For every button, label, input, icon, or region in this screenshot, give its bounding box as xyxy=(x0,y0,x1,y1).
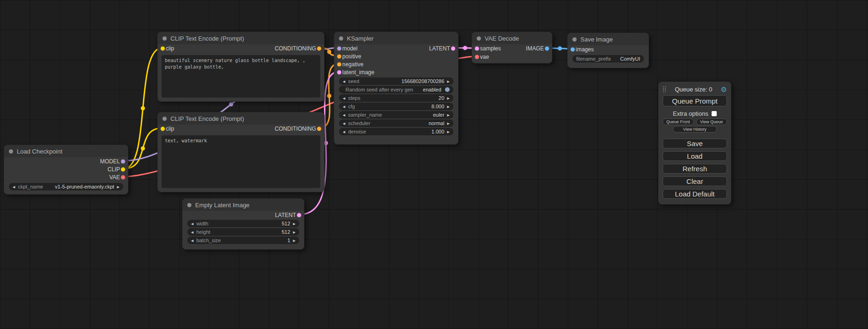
decrement-arrow-icon[interactable]: ◀ xyxy=(191,222,193,225)
increment-arrow-icon[interactable]: ▶ xyxy=(293,231,296,234)
widget-steps[interactable]: ◀ steps 20 ▶ xyxy=(339,94,453,102)
node-header[interactable]: Empty Latent Image xyxy=(183,199,304,211)
widget-value: 156680208700286 xyxy=(402,78,445,84)
node-title: VAE Decode xyxy=(485,35,519,42)
decrement-arrow-icon[interactable]: ◀ xyxy=(343,130,345,133)
decrement-arrow-icon[interactable]: ◀ xyxy=(343,122,345,125)
increment-arrow-icon[interactable]: ▶ xyxy=(447,113,450,117)
clear-button[interactable]: Clear xyxy=(663,176,727,186)
collapse-dot[interactable] xyxy=(9,149,13,154)
widget-value: enabled xyxy=(423,87,441,92)
widget-value: v1-5-pruned-emaonly.ckpt xyxy=(55,184,114,189)
link-midpoint-dot xyxy=(558,46,562,50)
conditioning-output-dot[interactable] xyxy=(317,126,321,131)
node-header[interactable]: VAE Decode xyxy=(472,32,552,44)
model-input-dot[interactable] xyxy=(337,46,341,50)
extra-options-checkbox[interactable] xyxy=(712,111,717,116)
increment-arrow-icon[interactable]: ▶ xyxy=(447,97,450,100)
conditioning-output-dot[interactable] xyxy=(317,46,321,50)
vae-input-dot[interactable] xyxy=(475,55,479,59)
decrement-arrow-icon[interactable]: ◀ xyxy=(191,231,193,234)
link-clip-to-positive xyxy=(124,48,162,169)
vae-output-dot[interactable] xyxy=(121,175,125,179)
latent-image-input-dot[interactable] xyxy=(337,70,341,74)
load-button[interactable]: Load xyxy=(663,151,727,161)
graph-canvas[interactable]: { "icons": { "arrow_left": "◀", "arrow_r… xyxy=(0,0,868,329)
drag-handle-icon[interactable] xyxy=(663,86,666,92)
view-queue-button[interactable]: View Queue xyxy=(696,119,727,125)
images-input-dot[interactable] xyxy=(571,47,575,51)
positive-input-dot[interactable] xyxy=(337,54,341,58)
refresh-button[interactable]: Refresh xyxy=(663,164,727,174)
link-clip-to-negative xyxy=(124,128,162,169)
widget-denoise[interactable]: ◀ denoise 1.000 ▶ xyxy=(339,128,453,135)
clip-input-dot[interactable] xyxy=(161,126,165,131)
widget-ckpt-name[interactable]: ◀ ckpt_name v1-5-pruned-emaonly.ckpt ▶ xyxy=(9,183,123,190)
settings-gear-icon[interactable]: ⚙ xyxy=(721,86,727,93)
widget-width[interactable]: ◀ width 512 ▶ xyxy=(187,220,299,227)
latent-output-dot[interactable] xyxy=(451,46,455,50)
widget-scheduler[interactable]: ◀ scheduler normal ▶ xyxy=(339,119,453,127)
negative-input-dot[interactable] xyxy=(337,62,341,66)
node-load-checkpoint[interactable]: Load Checkpoint MODEL CLIP VAE ◀ ckpt_na… xyxy=(4,145,128,195)
increment-arrow-icon[interactable]: ▶ xyxy=(447,105,450,108)
toggle-knob[interactable] xyxy=(445,87,450,92)
collapse-dot[interactable] xyxy=(477,36,481,41)
widget-batch-size[interactable]: ◀ batch_size 1 ▶ xyxy=(187,237,299,244)
clip-input-dot[interactable] xyxy=(161,46,165,50)
increment-arrow-icon[interactable]: ▶ xyxy=(293,239,296,242)
node-load-checkpoint-header[interactable]: Load Checkpoint xyxy=(4,145,128,157)
increment-arrow-icon[interactable]: ▶ xyxy=(117,185,120,189)
decrement-arrow-icon[interactable]: ◀ xyxy=(343,113,345,117)
model-output-dot[interactable] xyxy=(121,159,125,163)
node-vae-decode[interactable]: VAE Decode samples IMAGE vae xyxy=(472,32,552,63)
decrement-arrow-icon[interactable]: ◀ xyxy=(191,239,193,242)
prompt-textarea[interactable]: beautiful scenery nature glass bottle la… xyxy=(162,55,320,98)
node-clip-text-encode-positive[interactable]: CLIP Text Encode (Prompt) clip CONDITION… xyxy=(157,32,325,102)
widget-height[interactable]: ◀ height 512 ▶ xyxy=(187,228,299,236)
node-header[interactable]: CLIP Text Encode (Prompt) xyxy=(158,112,324,125)
load-default-button[interactable]: Load Default xyxy=(663,189,727,199)
samples-input-dot[interactable] xyxy=(475,47,479,51)
clip-output-dot[interactable] xyxy=(121,167,125,171)
widget-value: 512 xyxy=(282,229,290,235)
slot-row-positive: positive xyxy=(334,52,458,60)
widget-sampler-name[interactable]: ◀ sampler_name euler ▶ xyxy=(339,111,453,119)
decrement-arrow-icon[interactable]: ◀ xyxy=(343,105,345,108)
decrement-arrow-icon[interactable]: ◀ xyxy=(343,80,345,83)
increment-arrow-icon[interactable]: ▶ xyxy=(293,222,296,225)
collapse-dot[interactable] xyxy=(572,37,577,42)
view-history-button[interactable]: View History xyxy=(673,126,717,133)
node-save-image[interactable]: Save Image images filename_prefix ComfyU… xyxy=(567,33,649,68)
widget-label: ckpt_name xyxy=(18,184,43,189)
node-header[interactable]: KSampler xyxy=(334,32,458,44)
image-output-dot[interactable] xyxy=(545,47,549,51)
node-ksampler[interactable]: KSampler model LATENT positive negative … xyxy=(334,32,459,145)
widget-random-seed-toggle[interactable]: Random seed after every gen enabled xyxy=(339,86,453,93)
queue-prompt-button[interactable]: Queue Prompt xyxy=(663,95,727,106)
collapse-dot[interactable] xyxy=(162,36,167,41)
node-clip-text-encode-negative[interactable]: CLIP Text Encode (Prompt) clip CONDITION… xyxy=(157,112,325,192)
link-midpoint-dot xyxy=(463,46,467,50)
queue-front-button[interactable]: Queue Front xyxy=(663,119,694,125)
decrement-arrow-icon[interactable]: ◀ xyxy=(343,97,345,100)
increment-arrow-icon[interactable]: ▶ xyxy=(447,130,450,133)
collapse-dot[interactable] xyxy=(187,203,191,207)
prompt-textarea[interactable]: text, watermark xyxy=(162,135,320,188)
increment-arrow-icon[interactable]: ▶ xyxy=(447,80,450,83)
widget-label: Random seed after every gen xyxy=(346,87,413,92)
node-header[interactable]: Save Image xyxy=(568,33,649,45)
collapse-dot[interactable] xyxy=(339,36,343,41)
collapse-dot[interactable] xyxy=(162,117,167,121)
widget-cfg[interactable]: ◀ cfg 8.000 ▶ xyxy=(339,103,453,110)
decrement-arrow-icon[interactable]: ◀ xyxy=(13,185,15,189)
widget-filename-prefix[interactable]: filename_prefix ComfyUI xyxy=(572,55,644,63)
increment-arrow-icon[interactable]: ▶ xyxy=(447,122,450,125)
comfy-menu-panel: Queue size: 0 ⚙ Queue Prompt Extra optio… xyxy=(658,82,731,204)
latent-output-dot[interactable] xyxy=(297,213,301,217)
save-button[interactable]: Save xyxy=(663,139,727,148)
widget-seed[interactable]: ◀ seed 156680208700286 ▶ xyxy=(339,77,453,85)
widget-label: height xyxy=(196,229,210,235)
node-empty-latent-image[interactable]: Empty Latent Image LATENT ◀ width 512 ▶ … xyxy=(182,198,304,250)
node-header[interactable]: CLIP Text Encode (Prompt) xyxy=(158,32,324,44)
